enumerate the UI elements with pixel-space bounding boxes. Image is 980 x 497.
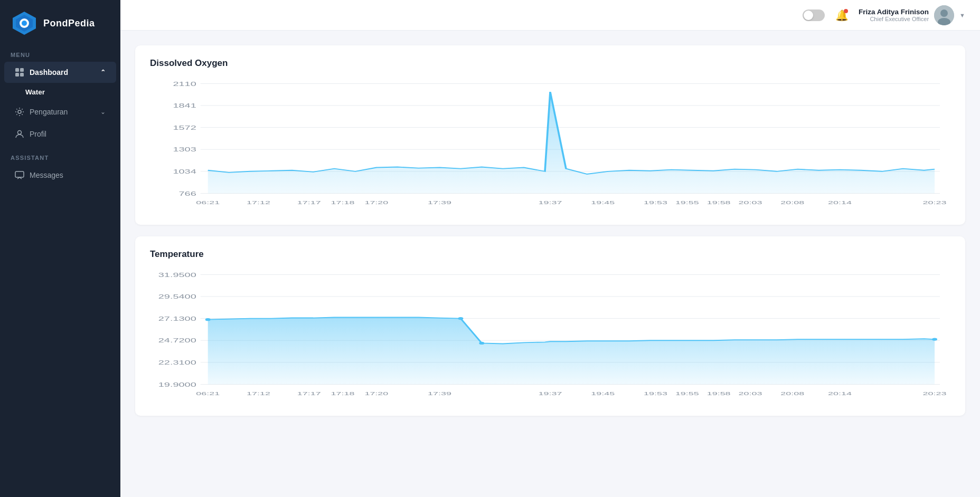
svg-point-58	[932, 338, 937, 341]
sidebar-item-pengaturan[interactable]: Pengaturan ⌄	[4, 101, 116, 122]
settings-icon	[15, 107, 24, 117]
svg-text:19.9000: 19.9000	[158, 381, 196, 387]
svg-text:17:18: 17:18	[331, 200, 355, 205]
svg-text:17:20: 17:20	[364, 391, 388, 396]
toggle-knob	[804, 11, 813, 20]
theme-toggle[interactable]	[803, 9, 825, 21]
temperature-card: Temperature 31.9500 29.5400 27.1300 24.7…	[135, 236, 965, 416]
dissolved-oxygen-svg: 2110 1841 1572 1303 1034 766	[150, 78, 950, 215]
svg-text:20:14: 20:14	[828, 200, 852, 205]
svg-rect-4	[15, 68, 19, 72]
temperature-svg: 31.9500 29.5400 27.1300 24.7200 22.3100 …	[150, 269, 950, 406]
sidebar-item-water[interactable]: Water	[0, 83, 120, 101]
content-area: Dissolved Oxygen 2110 1841 1572 1303 103…	[120, 31, 980, 497]
assistant-section-label: ASSISTANT	[0, 145, 120, 164]
svg-text:06:21: 06:21	[196, 391, 220, 396]
logo-icon	[11, 9, 38, 37]
sidebar-item-profil[interactable]: Profil	[4, 123, 116, 145]
svg-text:31.9500: 31.9500	[158, 272, 196, 278]
sidebar-item-messages[interactable]: Messages	[4, 165, 116, 186]
svg-point-8	[18, 110, 21, 113]
dashboard-label: Dashboard	[30, 68, 68, 77]
svg-text:20:08: 20:08	[780, 200, 804, 205]
avatar-icon	[934, 5, 954, 25]
svg-text:17:17: 17:17	[297, 391, 321, 396]
pengaturan-chevron: ⌄	[100, 108, 106, 116]
svg-point-12	[940, 9, 948, 17]
sidebar: PondPedia MENU Dashboard ⌃ Water Pengatu…	[0, 0, 120, 497]
profile-icon	[15, 129, 24, 139]
svg-text:766: 766	[179, 190, 196, 196]
pengaturan-label: Pengaturan	[30, 108, 68, 116]
svg-text:2110: 2110	[173, 81, 196, 87]
user-name: Friza Aditya Frinison	[859, 8, 929, 16]
dissolved-oxygen-card: Dissolved Oxygen 2110 1841 1572 1303 103…	[135, 45, 965, 225]
svg-text:19:55: 19:55	[675, 200, 699, 205]
user-chevron-down-icon[interactable]: ▼	[959, 12, 965, 18]
svg-text:19:45: 19:45	[591, 200, 615, 205]
svg-point-9	[18, 131, 22, 135]
messages-label: Messages	[30, 171, 63, 179]
svg-text:1034: 1034	[173, 169, 196, 175]
svg-rect-7	[20, 73, 24, 77]
svg-text:19:37: 19:37	[539, 200, 562, 205]
svg-text:17:18: 17:18	[331, 391, 355, 396]
user-role: Chief Executive Officer	[859, 16, 929, 22]
svg-text:17:12: 17:12	[247, 200, 270, 205]
dashboard-icon	[15, 68, 24, 77]
svg-text:19:53: 19:53	[644, 200, 667, 205]
svg-text:24.7200: 24.7200	[158, 338, 196, 343]
svg-rect-6	[15, 73, 19, 77]
user-info[interactable]: Friza Aditya Frinison Chief Executive Of…	[859, 5, 965, 25]
sidebar-item-dashboard[interactable]: Dashboard ⌃	[4, 62, 116, 83]
temperature-chart-area: 31.9500 29.5400 27.1300 24.7200 22.3100 …	[150, 269, 950, 406]
svg-text:29.5400: 29.5400	[158, 294, 196, 300]
svg-text:20:08: 20:08	[780, 391, 804, 396]
menu-section-label: MENU	[0, 42, 120, 61]
svg-text:17:39: 17:39	[428, 200, 451, 205]
svg-text:27.1300: 27.1300	[158, 316, 196, 322]
notification-dot	[844, 9, 848, 13]
svg-point-56	[458, 317, 463, 320]
messages-icon	[15, 170, 24, 180]
svg-text:1841: 1841	[173, 103, 196, 109]
svg-text:19:45: 19:45	[591, 391, 615, 396]
svg-text:19:58: 19:58	[707, 391, 731, 396]
dashboard-chevron: ⌃	[100, 69, 106, 76]
svg-text:17:12: 17:12	[247, 391, 270, 396]
temperature-title: Temperature	[150, 249, 950, 260]
svg-text:22.3100: 22.3100	[158, 360, 196, 366]
svg-text:17:17: 17:17	[297, 200, 321, 205]
svg-text:19:58: 19:58	[707, 200, 731, 205]
svg-point-55	[205, 318, 211, 321]
svg-point-57	[479, 342, 484, 345]
svg-text:17:20: 17:20	[364, 200, 388, 205]
svg-text:20:23: 20:23	[923, 391, 947, 396]
app-name: PondPedia	[43, 18, 95, 29]
user-text: Friza Aditya Frinison Chief Executive Of…	[859, 8, 929, 22]
svg-text:20:23: 20:23	[923, 200, 947, 205]
logo-area: PondPedia	[0, 0, 120, 42]
svg-text:20:14: 20:14	[828, 391, 852, 396]
svg-text:20:03: 20:03	[739, 391, 762, 396]
svg-text:17:39: 17:39	[428, 391, 451, 396]
avatar	[934, 5, 954, 25]
svg-rect-10	[15, 171, 24, 177]
svg-text:1572: 1572	[173, 125, 196, 131]
header: 🔔 Friza Aditya Frinison Chief Executive …	[120, 0, 980, 31]
svg-text:19:37: 19:37	[539, 391, 562, 396]
profil-label: Profil	[30, 130, 46, 138]
notification-button[interactable]: 🔔	[834, 8, 849, 23]
main-area: 🔔 Friza Aditya Frinison Chief Executive …	[120, 0, 980, 497]
water-label: Water	[25, 88, 45, 96]
dissolved-oxygen-chart-area: 2110 1841 1572 1303 1034 766	[150, 78, 950, 215]
svg-text:19:53: 19:53	[644, 391, 667, 396]
svg-point-3	[22, 21, 27, 26]
svg-rect-5	[20, 68, 24, 72]
svg-marker-26	[208, 92, 935, 193]
svg-text:19:55: 19:55	[675, 391, 699, 396]
svg-text:20:03: 20:03	[739, 200, 762, 205]
dissolved-oxygen-title: Dissolved Oxygen	[150, 58, 950, 69]
svg-text:1303: 1303	[173, 147, 196, 152]
svg-text:06:21: 06:21	[196, 200, 220, 205]
